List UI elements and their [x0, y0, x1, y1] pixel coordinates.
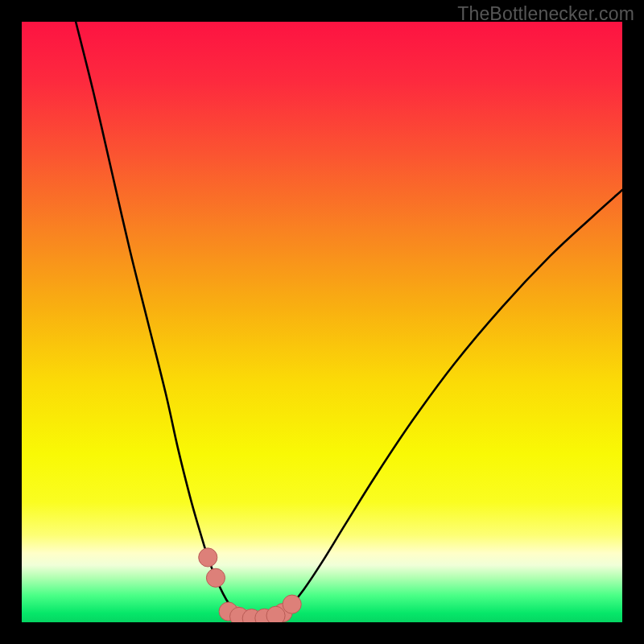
curve-left: [76, 22, 244, 617]
plot-area: [22, 22, 622, 622]
marker-group: [199, 548, 302, 622]
chart-frame: TheBottlenecker.com: [0, 0, 644, 644]
watermark-text: TheBottlenecker.com: [457, 3, 634, 25]
data-marker: [199, 548, 217, 567]
data-marker: [206, 568, 225, 587]
curve-right: [274, 190, 622, 617]
data-marker: [266, 606, 285, 622]
data-marker: [283, 595, 301, 613]
curve-layer: [22, 22, 622, 622]
